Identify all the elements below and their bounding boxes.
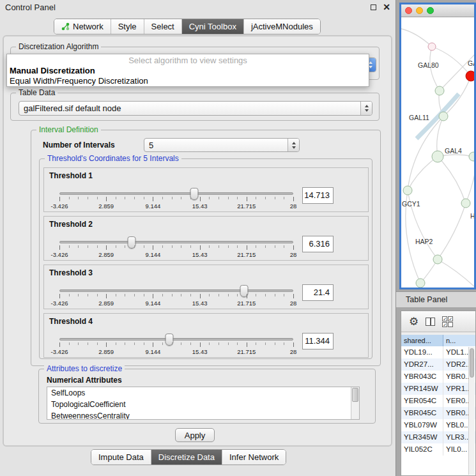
close-icon[interactable]: ✕ (383, 3, 390, 12)
columns-icon[interactable] (426, 318, 435, 326)
cell-shared-name[interactable]: YDR27... (401, 358, 443, 371)
network-node[interactable] (403, 186, 412, 195)
table-data-select[interactable]: galFiltered.sif default node (19, 101, 372, 116)
apply-button[interactable]: Apply (175, 428, 215, 442)
tab-cyni-toolbox[interactable]: Cyni Toolbox (181, 19, 243, 34)
network-node[interactable] (466, 71, 474, 81)
close-traffic-light-icon[interactable] (405, 7, 412, 14)
threshold-4-value-field[interactable]: 11.344 (302, 333, 334, 349)
threshold-label: Threshold 2 (49, 220, 93, 229)
list-item[interactable]: BetweennessCentrality (47, 410, 359, 420)
cell-shared-name[interactable]: YDL19... (401, 346, 443, 358)
network-node[interactable] (439, 112, 448, 121)
network-edge[interactable] (408, 157, 438, 190)
slider-track[interactable] (59, 338, 293, 341)
slider-track[interactable] (59, 241, 293, 243)
cell-shared-name[interactable]: YLR345W (401, 431, 443, 443)
slider-track[interactable] (59, 192, 293, 195)
tick-label: 28 (290, 251, 297, 258)
float-window-icon[interactable] (371, 4, 376, 10)
dropdown-option-manual-discretization[interactable]: Manual Discretization (7, 66, 369, 76)
tab-select[interactable]: Select (144, 19, 181, 34)
tick-mark (228, 197, 229, 199)
cell-shared-name[interactable]: YBL079W (401, 419, 443, 431)
num-intervals-select[interactable]: 5 (144, 138, 300, 152)
dropdown-option-equal-width-frequency[interactable]: Equal Width/Frequency Discretization (7, 76, 369, 86)
zoom-traffic-light-icon[interactable] (427, 7, 434, 14)
tab-impute-data[interactable]: Impute Data (91, 450, 151, 464)
node-label: GAL11 (409, 114, 429, 121)
network-window-titlebar[interactable] (401, 4, 474, 17)
network-graph[interactable]: GAL80GALGAL11GAL4GCY1HAP2HI (401, 17, 474, 288)
tick-mark (97, 342, 98, 345)
tick-mark (219, 197, 219, 199)
table-row[interactable]: YER054CYER0... (401, 395, 475, 407)
cell-shared-name[interactable]: YPR145W (401, 383, 443, 395)
table-row[interactable]: YDL19...YDL1... (401, 346, 475, 358)
tab-jactivemnodules[interactable]: jActiveMNodules (243, 19, 320, 34)
table-row[interactable]: YBL079WYBL0... (401, 419, 475, 431)
numerical-attributes-list[interactable]: SelfLoops TopologicalCoefficient Between… (47, 387, 360, 420)
table-scrollbar[interactable] (468, 347, 475, 475)
tab-style[interactable]: Style (111, 19, 144, 34)
threshold-3-value-field[interactable]: 21.4 (302, 284, 334, 301)
select-columns-icon[interactable]: ✓ ✓ ✓ (442, 316, 456, 327)
tick-mark (153, 294, 153, 298)
network-node[interactable] (461, 199, 470, 208)
tick-mark (69, 342, 70, 345)
table-body: YDL19...YDL1...YDR27...YDR2...YBR043CYBR… (401, 346, 475, 456)
list-item[interactable]: TopologicalCoefficient (47, 399, 359, 410)
minimize-traffic-light-icon[interactable] (416, 7, 423, 14)
table-row[interactable]: YBR043CYBR0... (401, 371, 475, 383)
cell-shared-name[interactable]: YBR045C (401, 407, 443, 419)
list-item[interactable]: SelfLoops (47, 387, 359, 399)
scrollbar-thumb[interactable] (352, 388, 358, 402)
network-edge[interactable] (401, 29, 432, 47)
table-row[interactable]: YPR145WYPR1... (401, 383, 475, 395)
tab-discretize-data[interactable]: Discretize Data (151, 450, 222, 464)
network-node[interactable] (432, 151, 443, 162)
cell-shared-name[interactable]: YIL052C (401, 443, 443, 456)
table-data-group: Table Data galFiltered.sif default node (10, 93, 380, 121)
column-header-name[interactable]: n... (443, 335, 475, 346)
tick-mark (256, 294, 256, 296)
table-row[interactable]: YDR27...YDR2... (401, 358, 475, 371)
cell-shared-name[interactable]: YBR043C (401, 371, 443, 383)
threshold-2-value-field[interactable]: 6.316 (302, 236, 334, 252)
scrollbar-thumb[interactable] (470, 348, 474, 378)
numerical-attributes-label: Numerical Attributes (47, 376, 122, 385)
network-node[interactable] (435, 86, 444, 95)
tick-label: 15.43 (192, 300, 208, 307)
network-node[interactable] (416, 279, 425, 288)
network-node[interactable] (428, 43, 436, 50)
threshold-1-value-field[interactable]: 14.713 (302, 187, 334, 204)
network-node[interactable] (469, 152, 474, 161)
tick-mark (181, 197, 181, 199)
threshold-4-slider[interactable]: -3.4262.8599.14415.4321.71528 (59, 335, 293, 356)
cell-shared-name[interactable]: YER054C (401, 395, 443, 407)
network-edge[interactable] (438, 157, 466, 203)
tick-mark (88, 342, 88, 345)
gear-icon[interactable]: ⚙ (409, 316, 418, 327)
tick-mark (116, 245, 116, 248)
threshold-3-slider[interactable]: -3.4262.8599.14415.4321.71528 (59, 287, 293, 307)
threshold-label: Threshold 1 (49, 171, 93, 180)
table-row[interactable]: YLR345WYLR3... (401, 431, 475, 443)
tab-label: Select (151, 22, 174, 31)
network-edge[interactable] (438, 259, 474, 288)
network-canvas[interactable]: GAL80GALGAL11GAL4GCY1HAP2HI (401, 17, 474, 288)
network-node[interactable] (433, 255, 442, 264)
tab-network[interactable]: Network (54, 19, 111, 34)
table-row[interactable]: YBR045CYBR0... (401, 407, 475, 419)
table-panel-titlebar: Table Panel (396, 291, 476, 308)
tick-mark (116, 197, 116, 199)
table-row[interactable]: YIL052CYIL0... (401, 443, 475, 456)
threshold-2-slider[interactable]: -3.4262.8599.14415.4321.71528 (59, 238, 293, 259)
list-scrollbar[interactable] (351, 387, 359, 419)
network-edge[interactable] (438, 203, 466, 259)
threshold-1-slider[interactable]: -3.4262.8599.14415.4321.71528 (59, 190, 293, 210)
combo-stepper-icon (288, 139, 299, 151)
slider-track[interactable] (59, 289, 293, 292)
column-header-shared-name[interactable]: shared... (401, 335, 443, 346)
tab-infer-network[interactable]: Infer Network (222, 450, 286, 464)
